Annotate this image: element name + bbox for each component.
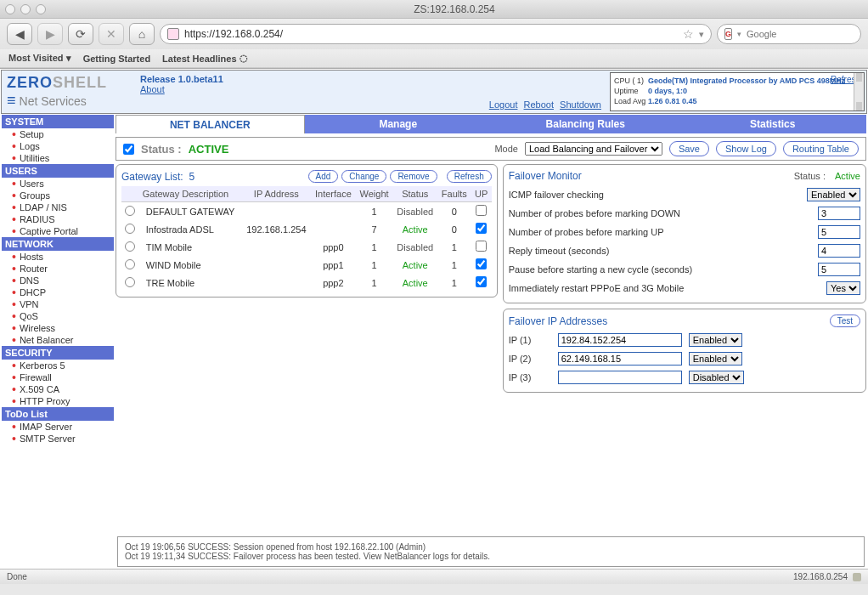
gateway-radio[interactable] <box>125 241 135 252</box>
gateway-status: Disabled <box>392 202 437 221</box>
reload-button[interactable]: ⟳ <box>68 23 93 45</box>
sidebar-item-dns[interactable]: DNS <box>2 275 114 286</box>
gateway-up-checkbox[interactable] <box>476 258 487 269</box>
statusbar-lock-icon <box>853 573 861 581</box>
cpu-scrollbar[interactable] <box>854 73 864 110</box>
pause-input[interactable] <box>818 263 860 276</box>
bookmark-getting-started[interactable]: Getting Started <box>83 54 150 64</box>
gateway-up-checkbox[interactable] <box>476 276 487 287</box>
sidebar-item-smtp-server[interactable]: SMTP Server <box>2 433 114 445</box>
gateway-up-checkbox[interactable] <box>476 223 487 234</box>
mode-select[interactable]: Load Balancing and Failover <box>525 142 662 156</box>
gateway-status: Active <box>392 220 437 238</box>
window-minimize-button[interactable] <box>20 4 31 14</box>
sidebar-item-vpn[interactable]: VPN <box>2 298 114 310</box>
sidebar-item-x-509-ca[interactable]: X.509 CA <box>2 383 114 395</box>
bookmark-most-visited[interactable]: Most Visited ▾ <box>8 53 71 64</box>
stop-button[interactable]: ✕ <box>99 23 124 45</box>
bookmark-star-icon[interactable]: ☆ <box>683 27 694 41</box>
gateway-radio[interactable] <box>125 259 135 269</box>
sidebar-item-http-proxy[interactable]: HTTP Proxy <box>2 395 114 407</box>
sidebar-item-imap-server[interactable]: IMAP Server <box>2 421 114 433</box>
search-box[interactable]: G ▾ 🔍 <box>717 24 861 44</box>
tab-balancing-rules[interactable]: Balancing Rules <box>492 115 679 133</box>
sidebar-item-ldap-nis[interactable]: LDAP / NIS <box>2 201 114 213</box>
mode-label: Mode <box>494 144 518 154</box>
gateway-radio[interactable] <box>125 206 135 216</box>
sidebar-item-dhcp[interactable]: DHCP <box>2 286 114 298</box>
sidebar-item-router[interactable]: Router <box>2 263 114 275</box>
gateway-row[interactable]: TIM Mobileppp01Disabled1 <box>121 238 492 256</box>
gateway-list-title: Gateway List: 5 <box>121 171 194 183</box>
icmp-label: ICMP failover checking <box>509 190 807 200</box>
sidebar: SYSTEMSetupLogsUtilitiesUSERSUsersGroups… <box>2 115 114 569</box>
failover-ip-input[interactable] <box>558 371 682 384</box>
bookmark-latest-headlines[interactable]: Latest Headlines ◌ <box>162 53 247 64</box>
dropdown-icon[interactable]: ▾ <box>699 29 704 40</box>
window-close-button[interactable] <box>5 4 15 14</box>
gateway-row[interactable]: TRE Mobileppp21Active1 <box>121 274 492 292</box>
gateway-refresh-button[interactable]: Refresh <box>447 170 492 183</box>
forward-button[interactable]: ▶ <box>37 23 63 45</box>
gateway-radio[interactable] <box>125 224 135 234</box>
probes-up-input[interactable] <box>818 225 860 239</box>
window-zoom-button[interactable] <box>36 4 46 14</box>
sidebar-item-kerberos-5[interactable]: Kerberos 5 <box>2 360 114 371</box>
browser-status-right: 192.168.0.254 <box>793 572 848 581</box>
gateway-iface <box>311 220 356 238</box>
save-button[interactable]: Save <box>669 141 709 156</box>
status-checkbox[interactable] <box>123 144 134 155</box>
routing-table-button[interactable]: Routing Table <box>783 141 859 156</box>
restart-select[interactable]: Yes <box>826 281 860 295</box>
sidebar-item-qos[interactable]: QoS <box>2 310 114 322</box>
sidebar-item-wireless[interactable]: Wireless <box>2 322 114 334</box>
sidebar-item-logs[interactable]: Logs <box>2 140 114 152</box>
back-button[interactable]: ◀ <box>7 23 32 45</box>
gateway-row[interactable]: DEFAULT GATEWAY1Disabled0 <box>121 202 492 221</box>
failover-ip-state-select[interactable]: Enabled <box>689 352 742 366</box>
sidebar-item-captive-portal[interactable]: Captive Portal <box>2 225 114 237</box>
search-dropdown-icon[interactable]: ▾ <box>737 30 741 38</box>
gateway-add-button[interactable]: Add <box>308 170 339 183</box>
reply-timeout-input[interactable] <box>818 244 860 258</box>
log-line-1: Oct 19 19:06,56 SUCCESS: Session opened … <box>125 542 857 552</box>
probes-down-input[interactable] <box>818 207 860 220</box>
gateway-row[interactable]: Infostrada ADSL192.168.1.2547Active0 <box>121 220 492 238</box>
failover-ip-state-select[interactable]: Disabled <box>689 371 744 384</box>
url-bar[interactable]: https://192.168.0.254/ ☆ ▾ <box>160 24 712 44</box>
failover-ip-test-button[interactable]: Test <box>830 314 860 327</box>
sidebar-item-hosts[interactable]: Hosts <box>2 251 114 263</box>
logout-link[interactable]: Logout <box>489 99 518 110</box>
icmp-select[interactable]: Enabled <box>807 188 860 201</box>
gateway-row[interactable]: WIND Mobileppp11Active1 <box>121 256 492 274</box>
gateway-remove-button[interactable]: Remove <box>390 170 437 183</box>
sidebar-item-utilities[interactable]: Utilities <box>2 152 114 164</box>
google-icon: G <box>724 28 732 40</box>
gateway-radio[interactable] <box>125 277 135 287</box>
gateway-ip <box>242 238 311 256</box>
gateway-change-button[interactable]: Change <box>341 170 386 183</box>
failover-ip-state-select[interactable]: Enabled <box>689 333 742 347</box>
tab-net-balancer[interactable]: NET BALANCER <box>116 115 305 133</box>
sidebar-item-radius[interactable]: RADIUS <box>2 213 114 225</box>
reboot-link[interactable]: Reboot <box>524 99 554 110</box>
shutdown-link[interactable]: Shutdown <box>560 99 601 110</box>
failover-ip-input[interactable] <box>558 333 682 347</box>
sidebar-item-setup[interactable]: Setup <box>2 128 114 140</box>
gateway-up-checkbox[interactable] <box>476 241 487 252</box>
about-link[interactable]: About <box>140 84 601 94</box>
cpu-label: CPU ( 1) <box>614 76 646 85</box>
sidebar-item-firewall[interactable]: Firewall <box>2 371 114 383</box>
tab-statistics[interactable]: Statistics <box>679 115 867 133</box>
home-button[interactable]: ⌂ <box>129 23 155 45</box>
sidebar-item-groups[interactable]: Groups <box>2 190 114 201</box>
search-input[interactable] <box>747 29 864 39</box>
tab-manage[interactable]: Manage <box>305 115 493 133</box>
sidebar-item-net-balancer[interactable]: Net Balancer <box>2 334 114 346</box>
show-log-button[interactable]: Show Log <box>716 141 776 156</box>
status-value: ACTIVE <box>189 143 229 156</box>
url-text: https://192.168.0.254/ <box>184 28 678 40</box>
sidebar-item-users[interactable]: Users <box>2 178 114 190</box>
gateway-up-checkbox[interactable] <box>476 205 487 216</box>
failover-ip-input[interactable] <box>558 352 682 366</box>
